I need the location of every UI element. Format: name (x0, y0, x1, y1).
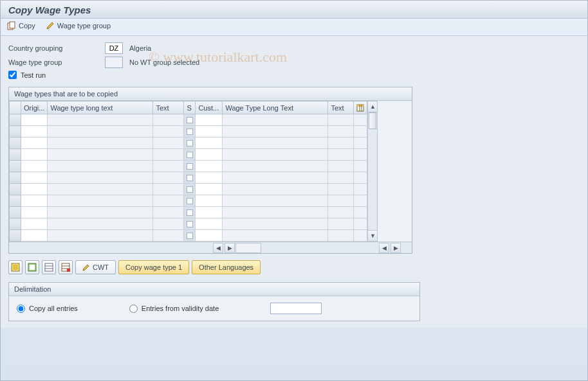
col-text-1[interactable]: Text (153, 102, 184, 114)
cell-text-1[interactable] (153, 230, 184, 242)
cell-custom[interactable] (196, 230, 223, 242)
hscroll-left-group[interactable]: ◀ ▶ (212, 242, 261, 253)
cell-long-text-2[interactable] (223, 172, 328, 184)
cell-long-text-2[interactable] (223, 161, 328, 172)
cell-original[interactable] (21, 126, 48, 137)
table-row[interactable] (10, 172, 367, 184)
cell-text-2[interactable] (328, 184, 354, 195)
cell-long-text-2[interactable] (223, 230, 328, 242)
scroll-up-button[interactable]: ▲ (367, 101, 378, 112)
cell-original[interactable] (21, 207, 48, 218)
scroll-track[interactable] (367, 112, 378, 230)
row-selector[interactable] (10, 114, 21, 126)
cell-text-1[interactable] (153, 184, 184, 195)
cell-text-2[interactable] (328, 207, 354, 218)
cell-long-text-2[interactable] (223, 149, 328, 161)
cell-text-2[interactable] (328, 161, 354, 172)
cell-s[interactable] (184, 184, 196, 195)
cell-original[interactable] (21, 161, 48, 172)
test-run-checkbox[interactable] (8, 71, 17, 79)
grid-button-2[interactable] (59, 260, 73, 274)
cell-original[interactable] (21, 149, 48, 161)
cell-custom[interactable] (196, 161, 223, 172)
cell-text-1[interactable] (153, 161, 184, 172)
cell-text-2[interactable] (328, 195, 354, 207)
cell-long-text-1[interactable] (48, 126, 153, 137)
cell-long-text-1[interactable] (48, 114, 153, 126)
cell-s[interactable] (184, 172, 196, 184)
scroll-thumb[interactable] (369, 112, 376, 129)
cell-s[interactable] (184, 149, 196, 161)
wage-type-group-input[interactable] (105, 57, 123, 68)
cell-long-text-2[interactable] (223, 218, 328, 230)
cell-text-2[interactable] (328, 126, 354, 137)
row-selector[interactable] (10, 161, 21, 172)
table-row[interactable] (10, 218, 367, 230)
cell-long-text-1[interactable] (48, 149, 153, 161)
copy-all-radio-item[interactable]: Copy all entries (17, 305, 78, 313)
cell-text-1[interactable] (153, 218, 184, 230)
col-selector[interactable] (10, 102, 21, 114)
cell-custom[interactable] (196, 218, 223, 230)
cwt-button[interactable]: CWT (75, 260, 116, 274)
table-row[interactable] (10, 114, 367, 126)
table-row[interactable] (10, 207, 367, 218)
other-languages-button[interactable]: Other Languages (192, 260, 261, 274)
cell-s[interactable] (184, 114, 196, 126)
table-row[interactable] (10, 137, 367, 149)
row-selector[interactable] (10, 172, 21, 184)
cell-s[interactable] (184, 230, 196, 242)
row-selector[interactable] (10, 195, 21, 207)
cell-text-1[interactable] (153, 207, 184, 218)
row-selector[interactable] (10, 137, 21, 149)
wage-type-group-toolbar-button[interactable]: Wage type group (46, 21, 111, 30)
cell-long-text-1[interactable] (48, 172, 153, 184)
col-original[interactable]: Origi... (21, 102, 48, 114)
cell-original[interactable] (21, 114, 48, 126)
row-selector[interactable] (10, 126, 21, 137)
row-selector[interactable] (10, 149, 21, 161)
table-row[interactable] (10, 230, 367, 242)
copy-all-radio[interactable] (17, 305, 25, 313)
cell-long-text-1[interactable] (48, 137, 153, 149)
cell-text-1[interactable] (153, 195, 184, 207)
cell-custom[interactable] (196, 207, 223, 218)
row-selector[interactable] (10, 207, 21, 218)
table-row[interactable] (10, 149, 367, 161)
cell-long-text-1[interactable] (48, 207, 153, 218)
cell-long-text-2[interactable] (223, 207, 328, 218)
cell-long-text-1[interactable] (48, 230, 153, 242)
cell-text-1[interactable] (153, 114, 184, 126)
table-settings-button[interactable] (354, 102, 367, 114)
cell-custom[interactable] (196, 149, 223, 161)
cell-original[interactable] (21, 137, 48, 149)
hscroll-left-1[interactable]: ◀ (213, 243, 223, 253)
cell-s[interactable] (184, 218, 196, 230)
col-s[interactable]: S (184, 102, 196, 114)
cell-s[interactable] (184, 195, 196, 207)
row-selector[interactable] (10, 218, 21, 230)
cell-custom[interactable] (196, 137, 223, 149)
table-row[interactable] (10, 126, 367, 137)
hscroll-track-1[interactable] (235, 243, 261, 253)
col-custom[interactable]: Cust... (196, 102, 223, 114)
cell-custom[interactable] (196, 126, 223, 137)
cell-text-2[interactable] (328, 149, 354, 161)
cell-text-1[interactable] (153, 172, 184, 184)
cell-text-2[interactable] (328, 114, 354, 126)
vertical-scrollbar[interactable]: ▲ ▼ (367, 101, 378, 242)
select-all-button[interactable] (8, 260, 23, 274)
cell-long-text-2[interactable] (223, 184, 328, 195)
cell-text-1[interactable] (153, 137, 184, 149)
table-row[interactable] (10, 161, 367, 172)
cell-long-text-1[interactable] (48, 218, 153, 230)
cell-long-text-2[interactable] (223, 137, 328, 149)
cell-long-text-2[interactable] (223, 126, 328, 137)
entries-from-radio-item[interactable]: Entries from validity date (129, 305, 219, 313)
table-row[interactable] (10, 184, 367, 195)
row-selector[interactable] (10, 230, 21, 242)
hscroll-right-group[interactable]: ◀ ▶ (378, 242, 401, 253)
cell-s[interactable] (184, 207, 196, 218)
cell-s[interactable] (184, 126, 196, 137)
cell-original[interactable] (21, 184, 48, 195)
